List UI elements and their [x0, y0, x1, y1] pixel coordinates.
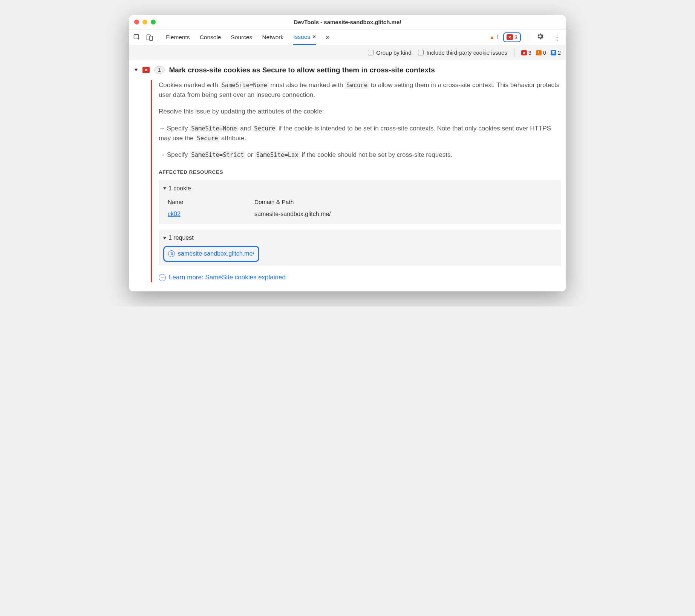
cookie-section: 1 cookie Name Domain & Path ck02 samesit… [159, 180, 561, 225]
warnings-count[interactable]: ! 0 [536, 50, 546, 56]
tab-close-icon[interactable]: × [312, 34, 316, 40]
tab-more-icon[interactable]: » [326, 29, 329, 45]
close-window-button[interactable] [134, 20, 139, 25]
table-header: Name Domain & Path [168, 196, 556, 208]
tab-sources[interactable]: Sources [231, 30, 253, 44]
issue-details: Cookies marked with SameSite=None must a… [151, 80, 561, 283]
more-menu-icon[interactable]: ⋮ [552, 34, 562, 41]
info-count[interactable]: ✉ 2 [551, 50, 561, 56]
cookie-table: Name Domain & Path ck02 samesite-sandbox… [163, 196, 556, 221]
titlebar: DevTools - samesite-sandbox.glitch.me/ [129, 15, 566, 29]
panel-tabs: Elements Console Sources Network Issues … [165, 29, 489, 45]
expand-caret-icon [163, 187, 166, 190]
issue-count-pill: 1 [154, 66, 165, 74]
checkbox-icon [368, 50, 374, 55]
errors-badge[interactable]: × 3 [503, 32, 521, 42]
affected-resources-heading: AFFECTED RESOURCES [159, 169, 561, 176]
code-samesite-none: SameSite=None [220, 81, 269, 89]
issue-bullet-2: → Specify SameSite=Strict or SameSite=La… [159, 150, 561, 160]
divider [514, 49, 514, 57]
issue-header[interactable]: × 1 Mark cross-site cookies as Secure to… [134, 66, 561, 75]
cookie-link[interactable]: ck02 [168, 211, 181, 217]
tab-console[interactable]: Console [200, 30, 221, 44]
cookie-domain-value: samesite-sandbox.glitch.me/ [254, 210, 331, 219]
maximize-window-button[interactable] [151, 20, 156, 25]
toolbar-status: ▲ 1 × 3 ⋮ [489, 32, 562, 42]
error-icon: × [142, 67, 150, 73]
col-name: Name [168, 198, 254, 207]
learn-more-text: Learn more: SameSite cookies explained [169, 273, 286, 282]
devtools-window: DevTools - samesite-sandbox.glitch.me/ E… [129, 15, 566, 291]
table-row: ck02 samesite-sandbox.glitch.me/ [168, 208, 556, 221]
network-icon: ⇅ [168, 250, 175, 257]
divider [528, 33, 528, 42]
request-link[interactable]: ⇅ samesite-sandbox.glitch.me/ [163, 246, 259, 262]
error-count: 3 [514, 34, 517, 40]
window-controls [134, 20, 156, 25]
window-title: DevTools - samesite-sandbox.glitch.me/ [129, 19, 566, 25]
svg-rect-2 [150, 36, 153, 40]
expand-caret-icon [163, 237, 166, 239]
expand-caret-icon[interactable] [134, 69, 138, 71]
main-toolbar: Elements Console Sources Network Issues … [129, 29, 566, 45]
group-by-kind-label: Group by kind [376, 49, 411, 56]
learn-more-link[interactable]: → Learn more: SameSite cookies explained [159, 273, 561, 282]
warnings-badge[interactable]: ▲ 1 [489, 34, 499, 40]
minimize-window-button[interactable] [142, 20, 147, 25]
tab-network[interactable]: Network [262, 30, 283, 44]
checkbox-icon [418, 50, 424, 55]
device-toolbar-icon[interactable] [145, 33, 154, 41]
warning-count: 1 [496, 34, 499, 40]
tab-elements[interactable]: Elements [165, 30, 190, 44]
issue-resolve-intro: Resolve this issue by updating the attri… [159, 107, 561, 116]
issue-bullet-1: → Specify SameSite=None and Secure if th… [159, 124, 561, 144]
col-domain: Domain & Path [254, 198, 294, 207]
errors-count[interactable]: × 3 [521, 50, 531, 56]
error-icon: × [521, 50, 527, 55]
third-party-label: Include third-party cookie issues [426, 49, 507, 56]
code-secure: Secure [345, 81, 369, 89]
request-section: 1 request ⇅ samesite-sandbox.glitch.me/ [159, 230, 561, 266]
external-link-icon: → [159, 274, 166, 281]
issue-description: Cookies marked with SameSite=None must a… [159, 80, 561, 100]
issue-kind-counts: × 3 ! 0 ✉ 2 [521, 50, 561, 56]
request-url: samesite-sandbox.glitch.me/ [178, 249, 254, 259]
tab-issues-label: Issues [293, 34, 310, 40]
divider [160, 33, 160, 42]
issues-filterbar: Group by kind Include third-party cookie… [129, 45, 566, 60]
select-element-icon[interactable] [133, 33, 141, 41]
third-party-checkbox[interactable]: Include third-party cookie issues [418, 49, 507, 56]
request-section-toggle[interactable]: 1 request [163, 233, 556, 243]
cookie-section-toggle[interactable]: 1 cookie [163, 184, 556, 193]
warning-icon: ▲ [489, 34, 495, 40]
group-by-kind-checkbox[interactable]: Group by kind [368, 49, 411, 56]
tab-issues[interactable]: Issues × [293, 30, 316, 45]
arrow-icon: → [159, 125, 167, 132]
issue-title: Mark cross-site cookies as Secure to all… [169, 66, 435, 75]
error-icon: × [507, 34, 513, 40]
info-icon: ✉ [551, 50, 556, 55]
warning-icon: ! [536, 50, 542, 55]
arrow-icon: → [159, 151, 167, 158]
issues-panel: × 1 Mark cross-site cookies as Secure to… [129, 60, 566, 291]
settings-icon[interactable] [536, 32, 544, 42]
